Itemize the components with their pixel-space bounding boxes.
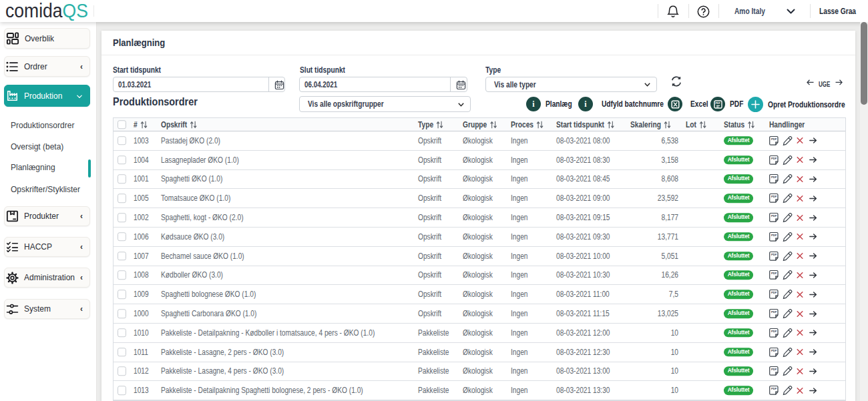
svg-text:PDF: PDF [771,291,777,294]
svg-text:PDF: PDF [771,349,777,352]
svg-text:PDF: PDF [715,101,720,104]
svg-text:PDF: PDF [771,137,777,141]
svg-text:PDF: PDF [771,368,777,372]
svg-text:PDF: PDF [771,214,777,218]
svg-text:PDF: PDF [771,330,777,333]
svg-text:PDF: PDF [771,195,777,198]
svg-text:PDF: PDF [771,272,777,276]
svg-text:PDF: PDF [771,157,777,160]
svg-text:PDF: PDF [771,234,777,237]
svg-text:PDF: PDF [771,176,777,179]
svg-text:PDF: PDF [771,387,777,390]
svg-text:PDF: PDF [771,310,777,314]
svg-text:PDF: PDF [771,253,777,256]
